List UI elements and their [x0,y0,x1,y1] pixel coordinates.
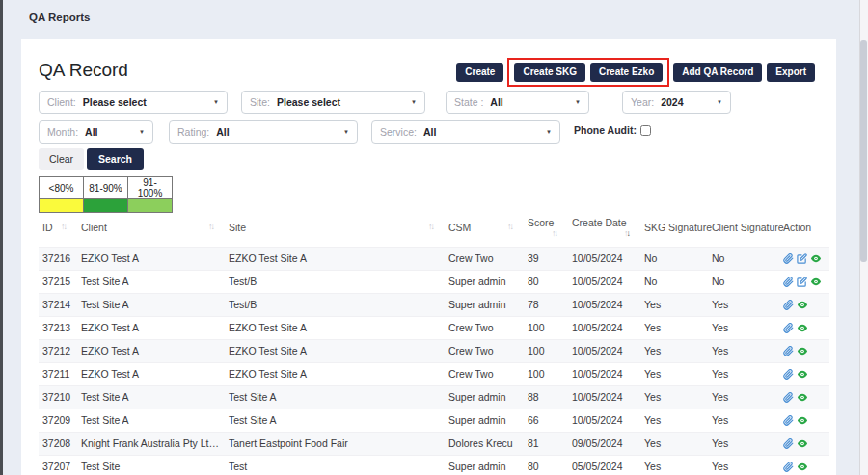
sort-icon[interactable]: ↑↓ [61,222,66,231]
create-button[interactable]: Create [456,63,503,82]
legend-header-1: 81-90% [84,177,128,199]
scrollbar-thumb[interactable] [860,40,867,262]
add-qa-record-button[interactable]: Add QA Record [673,63,762,82]
edit-icon[interactable] [797,253,807,264]
table-row[interactable]: 37212 EZKO Test A EZKO Test Site A Crew … [39,340,829,363]
cell-client: EZKO Test A [77,248,225,271]
table-row[interactable]: 37211 EZKO Test A EZKO Test Site A Crew … [39,363,829,386]
view-icon[interactable] [797,392,808,403]
view-icon[interactable] [797,462,808,472]
cell-csm: Dolores Krecu [445,433,524,456]
sort-icon[interactable]: ↑↓ [624,228,629,238]
sidebar-collapsed-edge [0,0,3,475]
cell-csm: Crew Two [445,363,524,386]
table-row[interactable]: 37210 Test Site A Test Site A Super admi… [39,386,829,409]
view-icon[interactable] [810,277,822,287]
cell-client-signature: No [708,248,779,271]
cell-client-signature: Yes [708,317,779,340]
attachment-icon[interactable] [783,369,794,380]
cell-create-date: 05/05/2024 [568,456,640,475]
cell-client: EZKO Test A [77,340,225,363]
cell-create-date: 10/05/2024 [568,248,640,271]
chevron-down-icon: ▼ [213,99,219,105]
column-header-site[interactable]: Site↑↓ [225,210,445,248]
cell-site: EZKO Test Site A [225,340,445,363]
client-filter-dropdown[interactable]: Client: Please select ▼ [39,91,228,114]
site-filter-dropdown[interactable]: Site: Please select ▼ [241,91,425,114]
rating-filter-dropdown[interactable]: Rating: All ▼ [169,120,358,144]
attachment-icon[interactable] [783,438,794,449]
cell-skg-signature: No [640,248,708,271]
create-skg-button[interactable]: Create SKG [514,63,585,82]
attachment-icon[interactable] [783,300,794,310]
cell-skg-signature: Yes [640,363,708,386]
cell-create-date: 10/05/2024 [568,317,640,340]
sort-icon[interactable]: ↑↓ [208,222,213,231]
view-icon[interactable] [797,415,808,426]
month-filter-dropdown[interactable]: Month: All ▼ [39,120,153,144]
table-row[interactable]: 37213 EZKO Test A EZKO Test Site A Crew … [39,317,829,340]
column-header-create-date[interactable]: Create Date↑↓ [568,210,640,248]
sort-icon[interactable]: ↑↓ [507,222,512,231]
attachment-icon[interactable] [783,323,794,333]
column-header-client-signature: Client Signature [708,210,779,248]
table-row[interactable]: 37207 Test Site Test Super admin 80 05/0… [39,456,829,475]
cell-skg-signature: Yes [640,433,708,456]
cell-client: Knight Frank Australia Pty Ltd - Ezko [77,433,225,456]
cell-actions [779,386,829,409]
state-filter-dropdown[interactable]: State : All ▼ [446,91,589,114]
topbar: QA Reports [3,0,868,39]
attachment-icon[interactable] [783,392,794,403]
table-row[interactable]: 37208 Knight Frank Australia Pty Ltd - E… [39,433,829,456]
cell-score: 80 [524,271,568,294]
view-icon[interactable] [797,300,808,310]
cell-actions [779,271,829,294]
cell-client: Test Site A [77,271,225,294]
column-header-id[interactable]: ID↑↓ [39,210,77,248]
attachment-icon[interactable] [783,415,794,426]
cell-create-date: 10/05/2024 [568,340,640,363]
service-filter-dropdown[interactable]: Service: All ▼ [371,120,560,144]
table-row[interactable]: 37216 EZKO Test A EZKO Test Site A Crew … [39,248,829,271]
clear-button[interactable]: Clear [39,148,84,170]
table-row[interactable]: 37215 Test Site A Test/B Super admin 80 … [39,271,829,294]
vertical-scrollbar[interactable] [859,0,868,475]
sort-icon[interactable]: ↑↓ [428,222,433,231]
legend-header-0: <80% [40,177,84,199]
column-label: ID [42,222,53,233]
column-label: Score [528,217,554,228]
content-card: QA Record Create Create SKG Create Ezko … [21,39,836,475]
view-icon[interactable] [797,369,808,380]
view-icon[interactable] [797,346,808,356]
cell-client-signature: Yes [708,456,779,475]
column-header-client[interactable]: Client↑↓ [77,210,225,248]
view-icon[interactable] [797,323,808,333]
attachment-icon[interactable] [783,253,794,264]
year-filter-label: Year: [631,96,654,108]
edit-icon[interactable] [797,277,807,287]
column-header-csm[interactable]: CSM↑↓ [445,210,524,248]
year-filter-dropdown[interactable]: Year: 2024 ▼ [622,91,731,114]
qa-records-table-wrap: ID↑↓Client↑↓Site↑↓CSM↑↓Score↑↓Create Dat… [39,210,829,475]
attachment-icon[interactable] [783,277,794,287]
view-icon[interactable] [810,253,822,264]
cell-actions [779,340,829,363]
cell-score: 78 [524,294,568,317]
cell-csm: Super admin [445,409,524,433]
view-icon[interactable] [797,438,808,449]
attachment-icon[interactable] [783,346,794,356]
attachment-icon[interactable] [783,462,794,472]
create-ezko-button[interactable]: Create Ezko [590,63,663,82]
phone-audit-checkbox[interactable] [640,125,651,136]
export-button[interactable]: Export [767,63,815,82]
rating-filter-label: Rating: [177,126,209,138]
search-button[interactable]: Search [87,148,144,170]
sort-icon[interactable]: ↑↓ [552,228,556,238]
table-row[interactable]: 37214 Test Site A Test/B Super admin 78 … [39,294,829,317]
cell-site: EZKO Test Site A [225,363,445,386]
cell-score: 100 [524,317,568,340]
column-header-score[interactable]: Score↑↓ [524,210,568,248]
cell-csm: Super admin [445,271,524,294]
table-row[interactable]: 37209 Test Site A Test Site A Super admi… [39,409,829,433]
chevron-down-icon: ▼ [717,99,722,105]
